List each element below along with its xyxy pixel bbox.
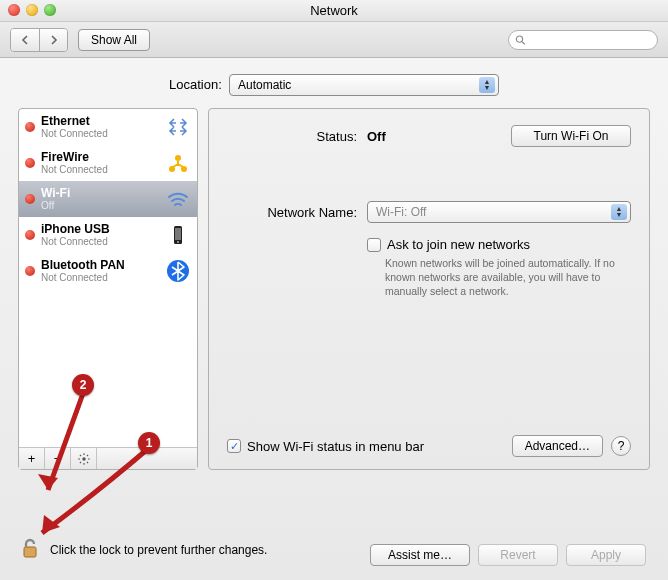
status-dot-icon [25, 266, 35, 276]
ethernet-icon [165, 114, 191, 140]
turn-wifi-on-button[interactable]: Turn Wi-Fi On [511, 125, 631, 147]
select-stepper-icon: ▲▼ [479, 77, 495, 93]
service-name: Ethernet [41, 115, 159, 128]
search-field[interactable] [508, 30, 658, 50]
svg-point-0 [516, 35, 522, 41]
location-select[interactable]: Automatic ▲▼ [229, 74, 499, 96]
svg-marker-11 [42, 515, 60, 533]
ask-to-join-checkbox[interactable]: Ask to join new networks [367, 237, 530, 252]
minimize-window-button[interactable] [26, 4, 38, 16]
iphone-icon [165, 222, 191, 248]
services-list: Ethernet Not Connected FireWire Not Conn… [19, 109, 197, 447]
service-name: FireWire [41, 151, 159, 164]
ask-to-join-hint: Known networks will be joined automatica… [385, 256, 631, 299]
service-sub: Off [41, 200, 159, 211]
sidebar-item-ethernet[interactable]: Ethernet Not Connected [19, 109, 197, 145]
search-input[interactable] [530, 34, 651, 46]
bluetooth-icon [165, 258, 191, 284]
chevron-left-icon [20, 35, 30, 45]
window-title: Network [310, 3, 358, 18]
revert-button[interactable]: Revert [478, 544, 558, 566]
status-dot-icon [25, 230, 35, 240]
service-sub: Not Connected [41, 164, 159, 175]
nav-segment [10, 28, 68, 52]
status-label: Status: [227, 129, 357, 144]
lock-text: Click the lock to prevent further change… [50, 543, 267, 557]
status-dot-icon [25, 158, 35, 168]
show-status-checkbox[interactable]: ✓ Show Wi-Fi status in menu bar [227, 439, 424, 454]
services-sidebar: Ethernet Not Connected FireWire Not Conn… [18, 108, 198, 470]
firewire-icon [165, 150, 191, 176]
window-root: Network Show All Location: Automatic ▲▼ [0, 0, 668, 580]
search-icon [515, 34, 526, 46]
service-sub: Not Connected [41, 236, 159, 247]
advanced-button[interactable]: Advanced… [512, 435, 603, 457]
service-name: Wi-Fi [41, 187, 159, 200]
content: Ethernet Not Connected FireWire Not Conn… [0, 108, 668, 470]
zoom-window-button[interactable] [44, 4, 56, 16]
network-name-select[interactable]: Wi-Fi: Off ▲▼ [367, 201, 631, 223]
sidebar-item-wifi[interactable]: Wi-Fi Off [19, 181, 197, 217]
show-status-label: Show Wi-Fi status in menu bar [247, 439, 424, 454]
assist-me-button[interactable]: Assist me… [370, 544, 470, 566]
remove-service-button[interactable]: − [45, 448, 71, 469]
checkbox-checked-icon: ✓ [227, 439, 241, 453]
select-stepper-icon: ▲▼ [611, 204, 627, 220]
sidebar-item-iphone-usb[interactable]: iPhone USB Not Connected [19, 217, 197, 253]
network-name-value: Wi-Fi: Off [376, 205, 426, 219]
svg-rect-5 [175, 228, 181, 240]
add-service-button[interactable]: + [19, 448, 45, 469]
forward-button[interactable] [39, 29, 67, 51]
apply-button[interactable]: Apply [566, 544, 646, 566]
sidebar-item-firewire[interactable]: FireWire Not Connected [19, 145, 197, 181]
wifi-icon [165, 186, 191, 212]
help-button[interactable]: ? [611, 436, 631, 456]
toolbar: Show All [0, 22, 668, 58]
location-value: Automatic [238, 78, 291, 92]
svg-point-6 [177, 241, 179, 243]
service-sub: Not Connected [41, 128, 159, 139]
service-name: Bluetooth PAN [41, 259, 159, 272]
location-row: Location: Automatic ▲▼ [0, 58, 668, 108]
gear-icon [77, 452, 91, 466]
back-button[interactable] [11, 29, 39, 51]
svg-rect-9 [24, 547, 36, 557]
svg-point-8 [82, 457, 86, 461]
ask-to-join-label: Ask to join new networks [387, 237, 530, 252]
lock-icon[interactable] [18, 536, 42, 564]
chevron-right-icon [49, 35, 59, 45]
titlebar: Network [0, 0, 668, 22]
status-dot-icon [25, 194, 35, 204]
window-controls [8, 4, 56, 16]
sidebar-footer: + − [19, 447, 197, 469]
svg-marker-10 [38, 474, 58, 490]
detail-pane: Status: Off Turn Wi-Fi On Network Name: … [208, 108, 650, 470]
status-value: Off [367, 129, 386, 144]
service-actions-button[interactable] [71, 448, 97, 469]
svg-point-1 [175, 155, 181, 161]
network-name-label: Network Name: [227, 205, 357, 220]
show-all-button[interactable]: Show All [78, 29, 150, 51]
location-label: Location: [169, 77, 222, 92]
checkbox-icon [367, 238, 381, 252]
sidebar-item-bluetooth-pan[interactable]: Bluetooth PAN Not Connected [19, 253, 197, 289]
close-window-button[interactable] [8, 4, 20, 16]
service-sub: Not Connected [41, 272, 159, 283]
status-dot-icon [25, 122, 35, 132]
action-buttons: Assist me… Revert Apply [370, 544, 646, 566]
service-name: iPhone USB [41, 223, 159, 236]
